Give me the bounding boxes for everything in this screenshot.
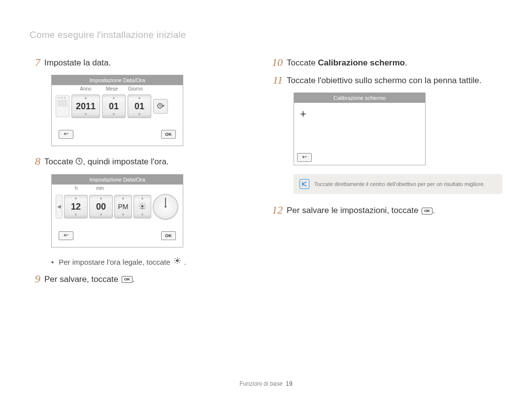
svg-line-10 [144,204,145,204]
clock-icon [75,157,83,167]
svg-line-7 [140,204,140,204]
back-arrow-icon [63,233,69,239]
left-column: 7 Impostate la data. Impostazione Data/O… [30,57,250,291]
year-value: 2011 [76,102,96,111]
arrow-up-icon[interactable]: ▲ [84,96,88,100]
arrow-down-icon[interactable]: ▼ [121,213,125,217]
label-min: min [88,185,112,191]
svg-point-12 [176,259,178,262]
screen-title: Impostazione Data/Ora [52,75,183,85]
step-text: Toccate , quindi impostate l'ora. [44,156,169,167]
step-12: 12 Per salvare le impostazioni, toccate … [272,205,502,216]
hour-value: 12 [71,202,81,211]
label-year: Anno [71,86,100,92]
step-number: 8 [30,156,40,167]
arrow-down-icon[interactable]: ▼ [140,213,144,217]
svg-line-19 [175,262,175,263]
arrow-up-icon[interactable]: ▲ [112,96,116,100]
step-number: 10 [272,57,283,68]
info-text: Toccate direttamente il centro dell'obie… [314,181,485,187]
svg-text:OFF: OFF [141,208,144,210]
ok-button[interactable]: OK [161,130,176,139]
step-text: Impostate la data. [44,57,111,68]
back-arrow-icon [63,131,69,137]
step-number: 7 [30,57,40,68]
screen-title: Calibrazione schermo [294,93,425,103]
analog-clock-icon [153,194,178,219]
svg-point-2 [141,205,144,207]
ampm-value: PM [118,203,129,210]
step-number: 11 [272,75,283,86]
wheel-year[interactable]: ▲ 2011 ▼ [71,94,100,118]
arrow-down-icon[interactable]: ▼ [74,213,78,217]
step-text: Per salvare, toccate OK. [44,274,135,284]
svg-line-18 [179,262,179,263]
wheel-hour[interactable]: ▲ 12 ▼ [64,195,88,218]
screen-title: Impostazione Data/Ora [52,175,183,185]
step-text: Toccate l'obiettivo sullo schermo con la… [287,75,481,86]
ok-inline-icon: OK [122,276,133,283]
month-value: 01 [109,102,119,111]
date-settings-screen: Impostazione Data/Ora Anno Mese Giorno ▲… [51,75,183,146]
ok-button[interactable]: OK [161,231,176,240]
wheel-dst[interactable]: ▲ OFF ▼ [133,195,151,218]
svg-line-8 [144,208,145,208]
arrow-down-icon[interactable]: ▼ [112,113,116,117]
svg-line-20 [179,258,179,259]
step-number: 9 [30,274,40,284]
arrow-up-icon[interactable]: ▲ [99,196,103,200]
step-text: Per salvare le impostazioni, toccate OK. [287,205,435,216]
wheel-month[interactable]: ▲ 01 ▼ [102,94,126,118]
arrow-up-icon[interactable]: ▲ [137,96,141,100]
calendar-icon [56,95,69,117]
footer-page-number: 19 [286,380,292,387]
prev-button[interactable]: ◀ [56,195,63,218]
footer-section: Funzioni di base [239,380,282,387]
page-heading: Come eseguire l'installazione iniziale [30,30,502,40]
clock-arrow-icon [157,102,165,111]
right-column: 10 Toccate Calibrazione schermo. 11 Tocc… [272,57,502,291]
calibration-screen: Calibrazione schermo + [294,93,426,165]
wheel-day[interactable]: ▲ 01 ▼ [128,94,151,118]
arrow-down-icon[interactable]: ▼ [137,113,141,117]
content-columns: 7 Impostate la data. Impostazione Data/O… [30,57,502,291]
step-10: 10 Toccate Calibrazione schermo. [272,57,502,68]
back-button[interactable] [297,153,312,162]
step-8: 8 Toccate , quindi impostate l'ora. [30,156,250,167]
dst-off-icon [173,257,181,267]
back-arrow-icon [301,154,307,160]
dst-note: Per impostare l'ora legale, toccate . [51,257,250,267]
info-note: Toccate direttamente il centro dell'obie… [294,174,502,194]
page-footer: Funzioni di base 19 [0,380,532,387]
step-text: Toccate Calibrazione schermo. [287,57,407,68]
step-11: 11 Toccate l'obiettivo sullo schermo con… [272,75,502,86]
arrow-up-icon[interactable]: ▲ [140,196,144,200]
calibration-target-icon[interactable]: + [300,108,306,121]
back-button[interactable] [59,231,73,240]
time-settings-screen: Impostazione Data/Ora h min ◀ ▲ 12 ▼ ▲ 0… [51,174,183,247]
minute-value: 00 [96,202,106,211]
arrow-up-icon[interactable]: ▲ [74,196,78,200]
ok-inline-icon: OK [422,208,432,215]
dst-off-icon: OFF [139,203,146,211]
arrow-down-icon[interactable]: ▼ [99,213,103,217]
label-day: Giorno [124,86,147,92]
label-month: Mese [100,86,124,92]
label-hour: h [65,185,88,191]
back-button[interactable] [59,130,73,139]
step-9: 9 Per salvare, toccate OK. [30,274,250,284]
chevron-left-icon: ◀ [57,204,61,209]
svg-line-17 [175,258,175,259]
arrow-up-icon[interactable]: ▲ [121,196,125,200]
step-number: 12 [272,205,283,216]
wheel-ampm[interactable]: ▲ PM ▼ [114,195,132,218]
wheel-minute[interactable]: ▲ 00 ▼ [89,195,113,218]
note-icon [299,179,309,189]
day-value: 01 [134,102,144,111]
step-7: 7 Impostate la data. [30,57,250,68]
arrow-down-icon[interactable]: ▼ [84,113,88,117]
switch-to-time-button[interactable] [153,99,168,114]
